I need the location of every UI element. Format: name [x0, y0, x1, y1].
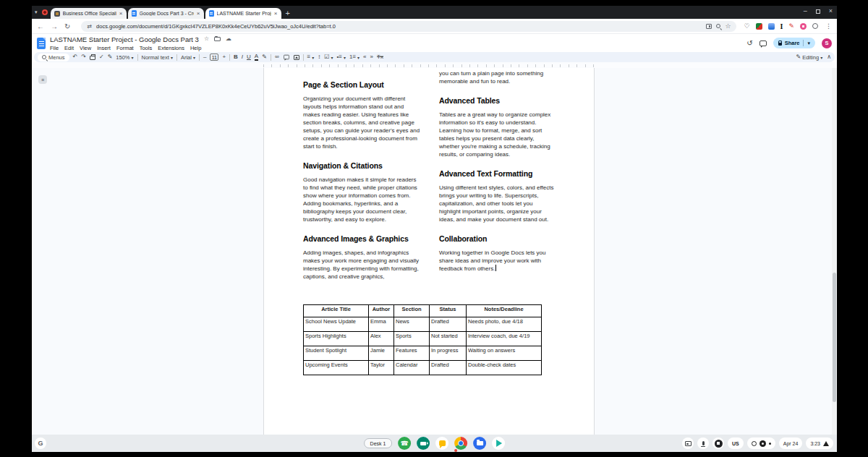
site-info-icon[interactable] — [87, 23, 92, 30]
spell-check-button[interactable] — [99, 54, 104, 60]
cell-section[interactable]: Sports — [394, 332, 430, 346]
insert-link-button[interactable] — [275, 54, 279, 60]
extension-square-icon[interactable] — [756, 23, 762, 30]
menu-item[interactable]: Insert — [97, 45, 111, 51]
play-store-app-icon[interactable] — [492, 437, 505, 450]
menu-item[interactable]: Tools — [140, 45, 153, 51]
insert-comment-button[interactable] — [284, 55, 289, 59]
doc-heading[interactable]: Navigation & Citations — [303, 161, 421, 170]
cell-status[interactable]: Not started — [430, 332, 467, 346]
bold-button[interactable]: B — [234, 54, 238, 60]
extension-red-pen-icon[interactable] — [788, 22, 794, 30]
cell-section[interactable]: Calendar — [394, 361, 430, 375]
menu-item[interactable]: File — [50, 45, 59, 51]
editing-mode-select[interactable]: Editing — [796, 54, 822, 61]
paragraph-style-select[interactable]: Normal text — [142, 54, 173, 61]
document-page[interactable]: Page & Section Layout Organizing your do… — [263, 68, 595, 435]
align-select[interactable] — [307, 54, 315, 60]
scrollbar-thumb[interactable] — [833, 273, 836, 402]
share-dropdown-icon[interactable] — [807, 40, 810, 46]
menu-item[interactable]: Edit — [64, 45, 74, 51]
window-minimize-button[interactable] — [804, 8, 807, 14]
browser-tab-3-active[interactable]: LASTNAME Starter Project - G — [205, 8, 281, 19]
doc-paragraph[interactable]: Organizing your document with different … — [303, 95, 421, 150]
cell-article-title[interactable]: Student Spotlight — [304, 346, 369, 361]
table-header-cell[interactable]: Notes/Deadline — [467, 305, 542, 317]
cell-section[interactable]: Features — [394, 346, 430, 361]
cell-article-title[interactable]: Upcoming Events — [304, 361, 369, 375]
record-stop-status-icon[interactable] — [712, 437, 724, 449]
undo-button[interactable] — [73, 54, 78, 60]
doc-paragraph[interactable]: Adding images, shapes, and infographics … — [303, 249, 421, 281]
cell-status[interactable]: Drafted — [430, 361, 467, 375]
bulleted-list-select[interactable] — [336, 54, 345, 60]
chrome-app-icon[interactable] — [454, 437, 467, 450]
cell-notes[interactable]: Double-check dates — [467, 361, 542, 375]
cell-section[interactable]: News — [394, 317, 430, 332]
tab-search-chevron-icon[interactable] — [35, 9, 38, 15]
doc-heading[interactable]: Advanced Tables — [439, 96, 556, 105]
doc-heading[interactable]: Collaboration — [439, 234, 556, 243]
document-title[interactable]: LASTNAME Starter Project - Google Docs P… — [50, 35, 199, 43]
underline-button[interactable]: U — [247, 54, 251, 60]
line-spacing-button[interactable] — [318, 54, 320, 60]
cell-author[interactable]: Taylor — [369, 361, 394, 375]
cell-article-title[interactable]: School News Update — [304, 317, 369, 332]
hide-menus-button[interactable] — [827, 54, 831, 60]
cell-author[interactable]: Jamie — [369, 346, 394, 361]
forward-button[interactable] — [51, 22, 58, 30]
reload-button[interactable] — [64, 22, 70, 30]
window-maximize-button[interactable] — [816, 9, 820, 14]
cell-status[interactable]: Drafted — [430, 317, 467, 332]
tab-close-icon[interactable] — [274, 11, 278, 17]
share-button[interactable]: Share — [773, 38, 815, 48]
font-size-field[interactable]: 11 — [210, 54, 218, 61]
google-docs-icon[interactable] — [37, 38, 46, 49]
star-document-icon[interactable] — [204, 36, 209, 42]
bookmark-star-icon[interactable] — [725, 22, 731, 30]
launcher-button[interactable]: G — [35, 437, 46, 449]
cell-author[interactable]: Alex — [369, 332, 394, 346]
menu-item[interactable]: Format — [116, 45, 134, 51]
doc-paragraph[interactable]: you can turn a plain page into something… — [439, 69, 556, 85]
numbered-list-select[interactable] — [349, 54, 359, 60]
share-page-icon[interactable] — [706, 24, 712, 29]
redo-button[interactable] — [81, 54, 86, 60]
cell-notes[interactable]: Waiting on answers — [467, 346, 542, 361]
doc-heading[interactable]: Advanced Images & Graphics — [303, 234, 421, 243]
browser-tab-1[interactable]: Business Office Specialist Q1 — [51, 8, 127, 19]
checklist-select[interactable] — [324, 54, 333, 60]
menus-search-button[interactable]: Menus — [38, 54, 69, 61]
zoom-page-icon[interactable] — [716, 24, 720, 28]
extension-pink-icon[interactable] — [800, 23, 807, 30]
extension-letter-icon[interactable]: I — [780, 22, 783, 30]
table-header-cell[interactable]: Status — [430, 305, 467, 317]
extension-heart-icon[interactable] — [744, 22, 749, 30]
back-button[interactable] — [37, 22, 44, 30]
cell-article-title[interactable]: Sports Highlights — [304, 332, 369, 346]
increase-font-size-button[interactable] — [222, 54, 226, 60]
cell-author[interactable]: Emma — [369, 317, 394, 332]
font-select[interactable]: Arial — [181, 54, 195, 61]
zoom-select[interactable]: 150% — [116, 54, 133, 61]
tab-close-icon[interactable] — [119, 11, 123, 17]
url-text[interactable]: docs.google.com/document/d/1GKgxkcI47VZL… — [96, 23, 702, 30]
italic-button[interactable]: I — [242, 54, 243, 60]
table-header-cell[interactable]: Section — [394, 305, 430, 317]
clear-formatting-button[interactable] — [377, 54, 383, 60]
move-folder-icon[interactable] — [214, 37, 221, 41]
tabs-outline-toggle-button[interactable] — [38, 75, 47, 84]
doc-heading[interactable]: Page & Section Layout — [303, 80, 421, 89]
screencast-status-icon[interactable] — [682, 437, 694, 449]
table-header-cell[interactable]: Article Title — [304, 305, 369, 317]
cell-status[interactable]: In progress — [430, 346, 467, 361]
print-button[interactable] — [90, 56, 95, 60]
menu-item[interactable]: View — [80, 45, 91, 51]
doc-paragraph[interactable]: Good navigation makes it simple for read… — [303, 176, 421, 223]
keyboard-layout-button[interactable]: US — [728, 437, 744, 449]
browser-menu-icon[interactable] — [825, 22, 832, 30]
microphone-status-icon[interactable] — [697, 437, 709, 449]
cell-notes[interactable]: Interview coach, due 4/19 — [467, 332, 542, 346]
browser-tab-2[interactable]: Google Docs Part 3 - Creativ — [128, 8, 204, 19]
tab-close-icon[interactable] — [197, 11, 200, 17]
